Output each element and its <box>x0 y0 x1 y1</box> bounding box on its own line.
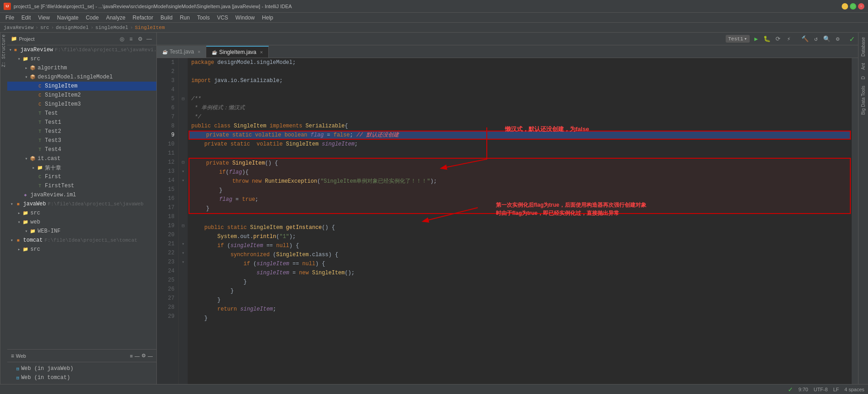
app-icon: IJ <box>4 3 11 10</box>
web-expand-btn[interactable]: ≡ <box>130 353 133 359</box>
tree-item-designmodel[interactable]: ▾ 📦 designModel.singleModel <box>7 73 156 82</box>
run-config-label: Test1 <box>728 36 743 42</box>
tree-item-test2[interactable]: T Test2 <box>7 127 156 136</box>
tree-item-singleitem3[interactable]: C SingleItem3 <box>7 100 156 109</box>
main-layout: Z: Structure 📁 Project ◎ ≡ ⚙ — ▾ ■ javaR… <box>0 33 868 384</box>
database-tab[interactable]: Database <box>860 34 867 59</box>
code-line-16: flag = true; <box>189 195 850 204</box>
window-controls[interactable]: ─ □ × <box>842 3 864 10</box>
code-line-1: package designModel.singleModel; <box>188 58 852 67</box>
tree-item-first[interactable]: C First <box>7 172 156 181</box>
menu-view[interactable]: View <box>34 14 53 22</box>
tree-item-javaweb[interactable]: ▾ ■ javaWeb F:\file\Idea\project1_se\jav… <box>7 199 156 209</box>
code-line-7: */ <box>188 112 852 122</box>
status-indent[interactable]: 4 spaces <box>844 387 864 392</box>
run-button[interactable]: ▶ <box>752 34 761 44</box>
hide-button[interactable]: — <box>145 35 153 43</box>
tree-item-webinf[interactable]: ▾ 📁 WEB-INF <box>7 227 156 236</box>
tree-item-src3[interactable]: ▸ 📁 src <box>7 245 156 254</box>
tree-item-web-javaweb[interactable]: ⊞ Web (in javaWeb) <box>7 364 156 373</box>
profile-button[interactable]: ⚡ <box>784 34 793 44</box>
code-line-13: if(flag){ <box>189 168 850 177</box>
toolbar: Test1 ▾ ▶ 🐛 ⟳ ⚡ 🔨 ↺ 🔍 ⚙ ✓ <box>157 33 858 45</box>
right-scrollbar[interactable] <box>852 58 858 384</box>
menu-refactor[interactable]: Refactor <box>129 14 157 22</box>
tree-item-firsttest[interactable]: T FirstTest <box>7 181 156 190</box>
java-file-icon: ☕ <box>162 49 168 54</box>
web-hide-btn[interactable]: — <box>148 353 153 359</box>
tab-singleitem-close[interactable]: × <box>260 49 263 55</box>
menu-help[interactable]: Help <box>258 14 277 22</box>
web-panel: ≡ Web ≡ — ⚙ — ⊞ Web (in javaWeb) ⊞ Web (… <box>7 349 156 384</box>
bigdata-tab[interactable]: Big Data Tools <box>860 83 867 117</box>
breadcrumb-singleitem[interactable]: SingleItem <box>135 25 165 30</box>
expand-button[interactable]: ≡ <box>127 35 135 43</box>
class-icon: C <box>36 83 44 90</box>
tree-item-algorithm[interactable]: ▸ 📦 algorithm <box>7 63 156 73</box>
tab-singleitem-label: SingleItem.java <box>219 49 256 55</box>
code-line-5: /** <box>188 94 852 103</box>
code-line-27: } <box>188 296 852 305</box>
z-structure-panel[interactable]: Z: Structure <box>0 33 7 384</box>
line-numbers: 1 2 3 4 5 6 7 8 9 10 11 12 13 14 15 16 1… <box>157 58 179 384</box>
menu-analyze[interactable]: Analyze <box>102 14 129 22</box>
code-line-6: * 单例模式：懒汉式 <box>188 103 852 112</box>
menu-tools[interactable]: Tools <box>194 14 213 22</box>
tree-item-src[interactable]: ▾ 📁 src <box>7 54 156 63</box>
menu-navigate[interactable]: Navigate <box>53 14 82 22</box>
breadcrumb-src[interactable]: src <box>40 25 49 30</box>
iml-icon: ◆ <box>22 191 29 199</box>
menu-edit[interactable]: Edit <box>18 14 34 22</box>
menu-run[interactable]: Run <box>176 14 194 22</box>
tree-item-test4[interactable]: T Test4 <box>7 145 156 154</box>
tree-item-test1[interactable]: T Test1 <box>7 118 156 127</box>
build-button[interactable]: 🔨 <box>800 34 810 44</box>
test-icon: T <box>36 110 44 117</box>
breadcrumb-singlemodel[interactable]: singleModel <box>95 25 128 30</box>
web-collapse-btn[interactable]: — <box>135 353 140 359</box>
menu-build[interactable]: Build <box>157 14 176 22</box>
tree-item-singleitem[interactable]: C SingleItem <box>7 82 156 91</box>
search-button[interactable]: 🔍 <box>822 34 831 44</box>
tab-test1-label: Test1.java <box>170 49 194 55</box>
web-settings-btn[interactable]: ⚙ <box>141 353 146 359</box>
code-editor[interactable]: 1 2 3 4 5 6 7 8 9 10 11 12 13 14 15 16 1… <box>157 58 858 384</box>
coverage-button[interactable]: ⟳ <box>773 34 782 44</box>
tree-item-iml[interactable]: ◆ javaReview.iml <box>7 190 156 199</box>
tab-singleitem[interactable]: ☕ SingleItem.java × <box>206 46 268 58</box>
tab-test1[interactable]: ☕ Test1.java × <box>157 46 206 58</box>
debug-button[interactable]: 🐛 <box>762 34 771 44</box>
maximize-button[interactable]: □ <box>850 3 856 10</box>
code-content[interactable]: package designModel.singleModel; import … <box>188 58 852 384</box>
tree-item-tomcat[interactable]: ▾ ■ tomcat F:\file\Idea\project1_se\tomc… <box>7 236 156 245</box>
settings-button[interactable]: ⚙ <box>833 34 842 44</box>
locate-button[interactable]: ◎ <box>118 35 126 43</box>
run-config[interactable]: Test1 ▾ <box>726 35 750 43</box>
menu-vcs[interactable]: VCS <box>213 14 232 22</box>
menu-file[interactable]: File <box>2 14 18 22</box>
tree-item-tenth-chapter[interactable]: ▸ 📁 第十章 <box>7 163 156 172</box>
tab-test1-close[interactable]: × <box>198 49 200 54</box>
menu-window[interactable]: Window <box>232 14 258 22</box>
breadcrumb-javareview[interactable]: javaReview <box>4 25 34 30</box>
tree-item-test[interactable]: T Test <box>7 109 156 118</box>
tree-item-itcast[interactable]: ▾ 📦 it.cast <box>7 154 156 163</box>
tree-item-src2[interactable]: ▸ 📁 src <box>7 209 156 218</box>
sync-button[interactable]: ↺ <box>811 34 820 44</box>
menu-code[interactable]: Code <box>82 14 102 22</box>
close-button[interactable]: × <box>858 3 864 10</box>
ant-tab[interactable]: Ant <box>860 60 867 73</box>
minimize-button[interactable]: ─ <box>842 3 848 10</box>
status-line-ending[interactable]: LF <box>833 387 839 392</box>
tree-item-singleitem2[interactable]: C SingleItem2 <box>7 91 156 100</box>
tree-item-test3[interactable]: T Test3 <box>7 136 156 145</box>
tree-item-web-tomcat[interactable]: ⊞ Web (in tomcat) <box>7 373 156 382</box>
status-encoding[interactable]: UTF-8 <box>814 387 828 392</box>
status-position[interactable]: 9:70 <box>799 387 808 392</box>
d-tab[interactable]: D <box>860 73 867 82</box>
tree-item-javareview[interactable]: ▾ ■ javaReview F:\file\Idea\project1_se\… <box>7 45 156 54</box>
test-icon: T <box>36 146 44 153</box>
settings-button[interactable]: ⚙ <box>136 35 144 43</box>
breadcrumb-designmodel[interactable]: designModel <box>56 25 89 30</box>
tree-item-web[interactable]: ▾ 📁 web <box>7 218 156 227</box>
